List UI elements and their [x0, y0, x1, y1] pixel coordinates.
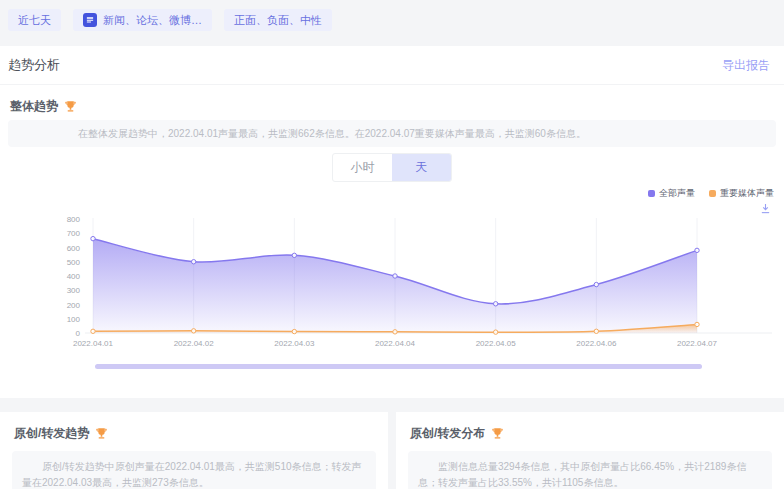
svg-text:200: 200 [67, 301, 81, 310]
svg-text:2022.04.05: 2022.04.05 [476, 339, 517, 348]
original-repost-trend-heading: 原创/转发趋势 [0, 412, 388, 451]
trophy-icon [95, 427, 108, 440]
overall-trend-heading: 整体趋势 [10, 98, 77, 115]
trophy-icon [64, 100, 77, 113]
overall-summary: 在整体发展趋势中，2022.04.01声量最高，共监测662条信息。在2022.… [8, 120, 776, 147]
legend-item-total[interactable]: 全部声量 [648, 187, 695, 200]
page-title: 趋势分析 [8, 56, 60, 74]
export-report-link[interactable]: 导出报告 [722, 57, 770, 74]
svg-text:400: 400 [67, 272, 81, 281]
filter-chip-media-types[interactable]: 新闻、论坛、微博… [73, 9, 212, 31]
legend-label-important-media: 重要媒体声量 [720, 187, 774, 200]
filter-bar: 近七天 新闻、论坛、微博… 正面、负面、中性 [8, 9, 332, 31]
svg-text:2022.04.06: 2022.04.06 [576, 339, 617, 348]
filter-chip-sentiments[interactable]: 正面、负面、中性 [224, 9, 332, 31]
filter-sentiments-label: 正面、负面、中性 [234, 13, 322, 28]
original-repost-distribution-heading: 原创/转发分布 [396, 412, 784, 451]
card-header: 趋势分析 导出报告 [0, 46, 784, 85]
original-repost-distribution-summary: 监测信息总量3294条信息，其中原创声量占比66.45%，共计2189条信息；转… [408, 451, 772, 489]
svg-text:300: 300 [67, 286, 81, 295]
svg-text:500: 500 [67, 258, 81, 267]
chart-legend: 全部声量 重要媒体声量 [648, 187, 774, 200]
overall-trend-title: 整体趋势 [10, 98, 58, 115]
trend-analysis-card: 趋势分析 导出报告 整体趋势 在整体发展趋势中，2022.04.01声量最高，共… [0, 46, 784, 398]
original-repost-distribution-card: 原创/转发分布 监测信息总量3294条信息，其中原创声量占比66.45%，共计2… [396, 412, 784, 489]
legend-dot-total [648, 190, 655, 197]
news-list-icon [83, 13, 97, 27]
svg-text:2022.04.07: 2022.04.07 [677, 339, 718, 348]
trend-area-chart: 2022.04.012022.04.022022.04.032022.04.04… [0, 212, 784, 357]
filter-media-types-label: 新闻、论坛、微博… [103, 13, 202, 28]
chart-canvas: 2022.04.012022.04.022022.04.032022.04.04… [0, 212, 784, 357]
legend-label-total: 全部声量 [659, 187, 695, 200]
original-repost-trend-card: 原创/转发趋势 原创/转发趋势中原创声量在2022.04.01最高，共监测510… [0, 412, 388, 489]
legend-dot-important-media [709, 190, 716, 197]
svg-text:2022.04.03: 2022.04.03 [274, 339, 315, 348]
original-repost-trend-summary: 原创/转发趋势中原创声量在2022.04.01最高，共监测510条信息；转发声量… [12, 451, 376, 489]
svg-text:100: 100 [67, 315, 81, 324]
svg-text:2022.04.01: 2022.04.01 [73, 339, 114, 348]
chart-datazoom-scrollbar[interactable] [95, 364, 702, 369]
svg-text:700: 700 [67, 229, 81, 238]
original-repost-trend-title: 原创/转发趋势 [14, 425, 89, 442]
svg-text:600: 600 [67, 244, 81, 253]
svg-text:800: 800 [67, 215, 81, 224]
legend-item-important-media[interactable]: 重要媒体声量 [709, 187, 774, 200]
tab-hour[interactable]: 小时 [333, 154, 392, 181]
bottom-cards-row: 原创/转发趋势 原创/转发趋势中原创声量在2022.04.01最高，共监测510… [0, 412, 784, 489]
granularity-tabs: 小时 天 [332, 153, 452, 182]
svg-text:2022.04.02: 2022.04.02 [174, 339, 215, 348]
trophy-icon [491, 427, 504, 440]
svg-text:0: 0 [76, 329, 81, 338]
tab-day[interactable]: 天 [392, 154, 451, 181]
filter-chip-time-range[interactable]: 近七天 [8, 9, 61, 31]
svg-text:2022.04.04: 2022.04.04 [375, 339, 416, 348]
original-repost-distribution-title: 原创/转发分布 [410, 425, 485, 442]
filter-time-range-label: 近七天 [18, 13, 51, 28]
